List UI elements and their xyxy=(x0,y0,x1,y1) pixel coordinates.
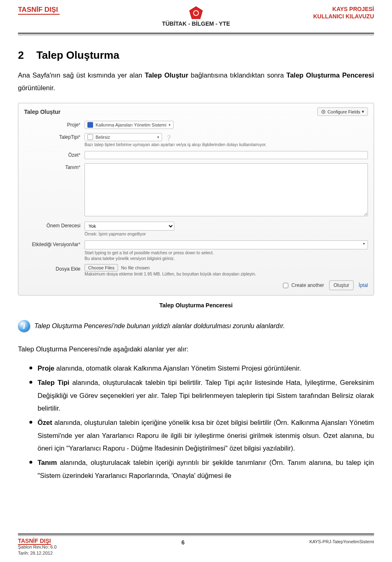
intro-paragraph: Ana Sayfa'nın sağ üst kısmında yer alan … xyxy=(18,69,374,94)
org-subtitle: TÜBİTAK - BİLGEM - YTE xyxy=(162,20,230,27)
list-intro: Talep Oluşturma Penceresi'nde aşağıdaki … xyxy=(18,343,374,355)
label-onem: Önem Derecesi xyxy=(47,223,80,229)
project-dropdown[interactable]: Kalkınma Ajansları Yönetim Sistemi ▾ xyxy=(85,121,174,129)
priority-select[interactable]: Yok xyxy=(85,222,174,231)
cancel-link[interactable]: İptal xyxy=(359,282,368,288)
summary-input[interactable] xyxy=(85,151,368,159)
page-number: 6 xyxy=(181,538,185,546)
file-hint: Maksimum dosya ekleme limiti 1.95 MB. Lü… xyxy=(85,271,368,276)
doc-title-block: KAYS PROJESİ KULLANICI KILAVUZU xyxy=(313,6,374,20)
affects-versions-input[interactable]: ▾ xyxy=(85,240,368,249)
label-tanim: Tanım xyxy=(65,164,79,170)
classification-label: TASNİF DIŞI xyxy=(18,6,60,15)
header-rule xyxy=(18,33,374,35)
choose-files-button[interactable]: Choose Files xyxy=(85,264,118,271)
dialog-title: Talep Oluştur xyxy=(24,109,60,115)
label-tip: TalepTipi xyxy=(59,134,79,140)
chevron-down-icon: ▾ xyxy=(169,123,171,127)
project-icon xyxy=(87,122,93,128)
versions-hint-1: Start typing to get a list of possible m… xyxy=(85,250,368,255)
label-dosya: Dosya Ekle xyxy=(56,266,80,272)
section-number: 2 xyxy=(18,49,24,61)
label-proje: Proje xyxy=(67,122,78,128)
bullet-proje: Proje alanında, otomatik olarak Kalkınma… xyxy=(29,362,374,375)
project-name: KAYS PROJESİ xyxy=(313,6,374,13)
page-footer: TASNİF DIŞI Şablon Rev.No: 6.0 Tarih: 28… xyxy=(18,533,374,556)
issue-type-hint: Bazı talep tipleri birbirine uymayan ala… xyxy=(85,142,368,147)
footer-doc-id: KAYS-PRJ-TalepYonetimSistemi xyxy=(310,538,374,544)
section-title: Talep Oluşturma xyxy=(36,49,119,61)
chevron-down-icon: ▾ xyxy=(157,135,159,139)
label-ozet: Özet xyxy=(68,152,78,158)
figure-caption: Talep Oluşturma Penceresi xyxy=(18,302,374,309)
help-icon[interactable]: ❔ xyxy=(163,135,172,141)
footer-template-rev: Şablon Rev.No: 6.0 xyxy=(18,544,57,550)
info-text: Talep Oluşturma Penceresi'nde bulunan yı… xyxy=(34,322,285,330)
footer-date: Tarih: 28.12.2012 xyxy=(18,550,57,556)
bullet-tanim: Tanım alanında, oluşturulacak talebin iç… xyxy=(29,456,374,482)
tubitak-logo-icon xyxy=(188,6,204,20)
configure-fields-button[interactable]: Configure Fields ▾ xyxy=(317,107,368,116)
info-callout: i Talep Oluşturma Penceresi'nde bulunan … xyxy=(18,320,374,332)
create-button[interactable]: Oluştur xyxy=(329,280,354,290)
no-file-chosen-label: No file chosen xyxy=(121,265,150,270)
svg-point-2 xyxy=(194,11,198,15)
description-textarea[interactable] xyxy=(85,163,368,216)
doc-type: KULLANICI KILAVUZU xyxy=(313,13,374,20)
chevron-down-icon: ▾ xyxy=(363,242,365,246)
issue-type-dropdown[interactable]: Belirsiz ▾ xyxy=(85,133,162,141)
gear-icon xyxy=(321,109,326,114)
priority-hint: Örnek: İşimi yapmamı engelliyor xyxy=(85,231,368,236)
field-description-list: Proje alanında, otomatik olarak Kalkınma… xyxy=(29,362,374,482)
chevron-down-icon: ▾ xyxy=(362,109,364,114)
label-versiyon: Etkilediği Versiyon/lar xyxy=(32,242,78,247)
info-icon: i xyxy=(18,320,30,332)
svg-point-4 xyxy=(323,111,324,112)
bullet-ozet: Özet alanında, oluşturulan talebin içeri… xyxy=(29,416,374,455)
create-request-dialog: Talep Oluştur Configure Fields ▾ Proje* … xyxy=(18,103,374,295)
page-header: TASNİF DIŞI KAYS PROJESİ KULLANICI KILAV… xyxy=(18,6,374,29)
issue-type-icon xyxy=(87,134,93,140)
versions-hint-2: Bu alana talebe yönelik versiyon bilgisi… xyxy=(85,256,368,261)
create-another-checkbox[interactable]: Create another xyxy=(281,282,324,289)
bullet-talep-tipi: Talep Tipi alanında, oluşturulacak taleb… xyxy=(29,376,374,415)
